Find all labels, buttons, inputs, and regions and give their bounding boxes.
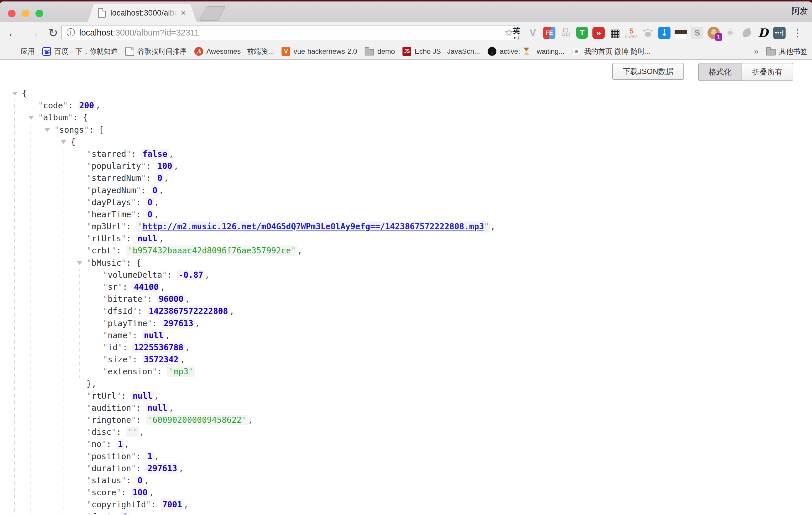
json-row: "score": 100, [0,487,812,498]
json-value: null [136,233,159,244]
json-value: 0 [146,197,154,208]
site-info-icon[interactable]: ⓘ [66,27,75,39]
json-value: 0 [156,173,164,183]
bookmark-item[interactable]: 应用 [5,47,38,56]
json-row: "disc": "", [0,426,812,438]
json-key: playTime [108,319,147,328]
mp3-url-link[interactable]: http://m2.music.126.net/mO4G5dQ7WPm3Le0l… [142,222,484,231]
minimize-window-button[interactable] [22,10,29,17]
collapse-toggle-icon[interactable] [12,92,18,95]
hourglass-icon [523,48,529,55]
json-key: dayPlays [92,198,131,207]
json-value: 8 [121,512,129,514]
apps-grid-icon [8,47,17,56]
forward-icon: → [28,27,39,39]
s-icon[interactable]: S [691,27,703,39]
collapse-toggle-icon[interactable] [28,116,34,119]
bird-icon[interactable] [741,27,753,39]
json-value: null [146,403,169,413]
json-key: extension [108,367,152,376]
password-dots-icon[interactable]: •••| [773,27,786,39]
download-v-icon[interactable]: ⇣ [658,27,670,39]
bookmarks-bar: 应用百度一下，你就知道谷歌按时间排序AAwesomes - 前端资...Vvue… [0,44,812,60]
zoom-window-button[interactable] [35,10,43,17]
json-key: code [43,101,63,110]
json-key: hearTime [92,210,131,219]
json-row: "playTime": 297613, [0,317,812,330]
qrcode-icon[interactable]: ▦ [609,27,621,39]
bookmark-item[interactable]: 我的首页 微博-随时... [568,47,655,56]
close-window-button[interactable] [8,10,16,17]
paw-icon[interactable] [642,27,654,39]
bookmark-item[interactable]: JSEcho JS - JavaScri... [399,47,484,56]
bookmark-item[interactable]: ↓active:- waiting... [484,47,568,56]
json-row: "audition": null, [0,402,812,414]
bookmark-item[interactable]: 谷歌按时间排序 [121,47,191,56]
json-value: 1423867572222808 [147,306,230,316]
json-value: null [131,391,154,401]
bookmark-item[interactable]: demo [361,47,399,56]
collapse-toggle-icon[interactable] [61,140,66,144]
mask-icon[interactable] [675,27,687,39]
back-icon[interactable]: ← [7,27,19,39]
collapse-toggle-icon[interactable] [45,128,50,132]
translate-icon[interactable]: 英en [510,27,523,39]
json-row: "id": 1225536788, [0,341,812,353]
json-key: duration [92,464,131,473]
download-json-button[interactable]: 下载JSON数据 [612,63,684,80]
json-row: "volumeDelta": -0.87, [0,269,812,281]
view-mode-segment: 格式化 折叠所有 [698,63,793,81]
json-value: 44100 [133,282,160,292]
profile-name[interactable]: 阿发 [791,6,808,17]
monkey-icon[interactable]: 1 [707,27,720,39]
json-value: 96000 [157,294,185,304]
shield-t-icon[interactable]: T [576,27,588,39]
format-button[interactable]: 格式化 [699,63,742,81]
json-key: starred [92,149,126,159]
browser-tab[interactable]: localhost:3000/album?id=323 × [87,4,197,22]
fehelper-icon[interactable]: FE [543,27,555,39]
json-key: status [92,476,121,485]
extension-icons: 英enVFE品T»▦5PLAYER⇣S1D•••|⋮ [510,22,803,44]
new-tab-button[interactable] [199,6,226,21]
tab-strip: localhost:3000/album?id=323 × 阿发 [0,1,812,22]
bookmark-item[interactable]: Vvue-hackernews-2.0 [278,47,361,56]
json-row: "popularity": 100, [0,160,812,172]
json-row: "bitrate": 96000, [0,293,812,305]
address-bar[interactable]: ⓘ localhost :3000/album?id=32311 ☆ [61,25,519,40]
bookmark-label: 我的首页 微博-随时... [584,47,651,56]
d-icon[interactable]: D [757,27,769,39]
url-path: :3000/album?id=32311 [113,28,199,37]
json-row: "sr": 44100, [0,281,812,293]
sitemap-icon[interactable]: 品 [559,27,572,39]
bookmark-label: vue-hackernews-2.0 [294,47,357,56]
json-row: "playedNum": 0, [0,184,812,196]
json-row: "bMusic": { [0,257,812,269]
json-value: "b957432baaac42d8096f76ae357992ce" [126,246,297,256]
collapse-toggle-icon[interactable] [77,261,82,265]
bookmarks-overflow-icon[interactable]: » [754,47,759,56]
collapse-all-button[interactable]: 折叠所有 [742,63,793,81]
tab-title: localhost:3000/album?id=323 [110,8,178,18]
json-value: 1225536788 [133,342,185,353]
json-viewer-page: 下载JSON数据 格式化 折叠所有 {"code": 200,"album": … [0,60,812,514]
vimium-icon[interactable]: V [527,27,539,39]
chrome-menu-icon[interactable]: ⋮ [793,27,803,39]
bookmark-item[interactable]: 百度一下，你就知道 [38,47,121,56]
json-key: rtUrls [92,234,121,244]
bookmark-label: 应用 [21,47,35,56]
tab-close-icon[interactable]: × [181,8,186,17]
json-value: 100 [131,487,149,498]
other-bookmarks-button[interactable]: 其他书签 [766,47,807,56]
json-key: dfsId [108,306,133,316]
json-row: "status": 0, [0,475,812,487]
json-value: null [142,330,165,341]
json-key: audition [92,403,131,413]
bookmark-item[interactable]: AAwesomes - 前端资... [191,47,278,56]
fastforward-icon[interactable]: » [592,27,605,39]
json-key: position [92,452,131,461]
json-key: rtUrl [92,391,116,401]
weibo-gray-icon[interactable] [724,27,736,39]
html5-player-icon[interactable]: 5PLAYER [625,27,638,39]
reload-icon[interactable]: ↻ [48,27,58,39]
